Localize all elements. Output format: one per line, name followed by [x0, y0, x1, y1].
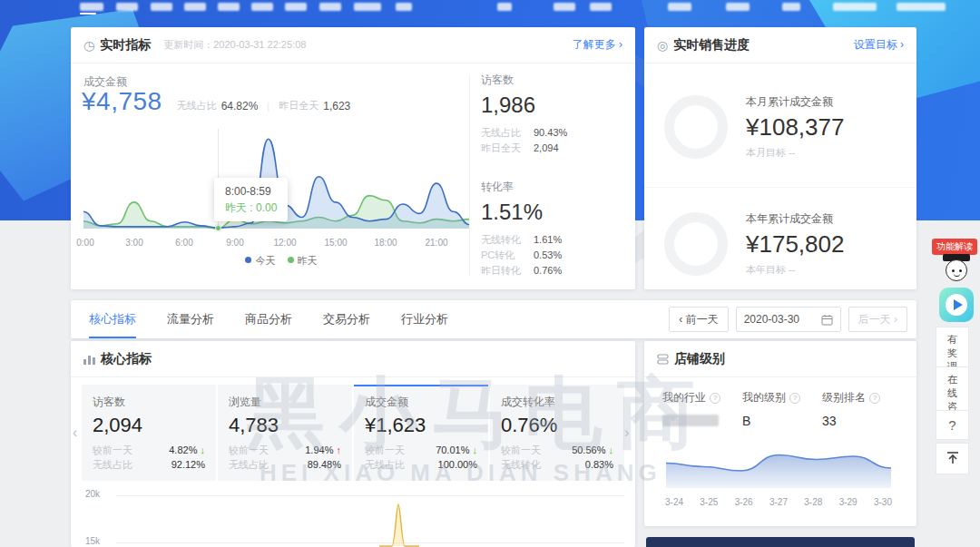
learn-more-link[interactable]: 了解更多 ›: [573, 37, 622, 53]
nav-item[interactable]: [497, 3, 512, 11]
level-value: B: [742, 414, 822, 428]
nav-item[interactable]: [668, 3, 691, 11]
carousel-prev-icon[interactable]: ‹: [73, 425, 77, 441]
x-axis-label: 3-24: [659, 497, 690, 507]
nav-item[interactable]: [151, 3, 172, 11]
nav-item[interactable]: [116, 3, 138, 11]
nav-item[interactable]: [833, 3, 877, 11]
help-button[interactable]: ?: [936, 410, 969, 440]
metric-key: 昨日全天: [481, 141, 534, 156]
nav-item[interactable]: [80, 3, 103, 11]
metric-label: 访客数: [93, 395, 205, 410]
legend-yesterday: 昨天: [298, 255, 318, 266]
metric-key: 较前一天: [501, 443, 541, 457]
play-triangle-icon: [954, 299, 963, 310]
x-axis-label: 18:00: [374, 238, 397, 248]
bar-chart-icon: [83, 354, 95, 365]
amount-subrow: 无线占比 64.82% | 昨日全天 1,623: [177, 99, 360, 112]
panel-title: 实时指标: [100, 37, 151, 54]
metric-value2: 89.48%: [308, 457, 341, 472]
metric-label: 成交转化率: [501, 395, 613, 410]
feature-guide-badge[interactable]: 功能解读: [932, 239, 977, 255]
tab-traffic-analysis[interactable]: 流量分析: [167, 300, 214, 338]
metric-value: 0.76%: [501, 414, 613, 437]
help-icon[interactable]: ?: [789, 393, 800, 404]
nav-item[interactable]: [590, 3, 612, 11]
metric-delta: 1.94%: [305, 444, 333, 455]
nav-item[interactable]: [726, 3, 750, 11]
nav-item[interactable]: [184, 3, 206, 11]
tab-industry-analysis[interactable]: 行业分析: [401, 300, 448, 338]
date-picker[interactable]: 2020-03-30: [736, 307, 841, 332]
metric-value: 2,094: [534, 141, 559, 156]
level-trend-chart[interactable]: [659, 441, 898, 499]
x-axis-label: 15:00: [324, 238, 347, 248]
nav-item[interactable]: [285, 3, 307, 11]
x-axis-label: 3:00: [125, 238, 142, 248]
metric-key: 昨日转化: [481, 263, 534, 278]
realtime-panel: ◷ 实时指标 更新时间：2020-03-31 22:25:08 了解更多 › 成…: [71, 27, 635, 289]
next-day-button[interactable]: 后一天 ›: [848, 307, 907, 332]
update-time: 更新时间：2020-03-31 22:25:08: [163, 38, 306, 52]
next-panel-edge: [646, 537, 915, 547]
rank-value: 33: [822, 414, 902, 428]
trend-down-icon: ↓: [473, 444, 478, 455]
x-axis-label: 3-30: [867, 497, 898, 507]
nav-item[interactable]: [354, 3, 381, 11]
x-axis-label: 0:00: [76, 238, 93, 248]
metric-key: 无线转化: [501, 457, 541, 472]
x-axis-label: 3-25: [693, 497, 724, 507]
nav-item[interactable]: [897, 3, 946, 11]
nav-item[interactable]: [319, 3, 341, 11]
x-axis-label: 21:00: [425, 238, 447, 248]
nav-item[interactable]: [396, 3, 412, 11]
hourly-trend-chart[interactable]: 8:00-8:59 昨天 : 0.00 0:00 3:00 6:00 9:00 …: [82, 127, 472, 263]
conversion-label: 转化率: [481, 180, 626, 195]
set-goal-link[interactable]: 设置目标 ›: [854, 37, 904, 53]
x-axis: 0:00 3:00 6:00 9:00 12:00 15:00 18:00 21…: [82, 238, 472, 250]
shop-level-stats: 我的行业? 我的级别? B 级别排名? 33: [662, 390, 902, 428]
tab-product-analysis[interactable]: 商品分析: [245, 300, 292, 338]
core-metrics-panel: 核心指标 ‹ › 访客数 2,094 较前一天4.82% ↓ 无线占比92.12…: [71, 341, 635, 547]
tooltip-time: 8:00-8:59: [225, 183, 277, 200]
video-play-icon[interactable]: [939, 288, 974, 322]
nav-item[interactable]: [218, 3, 240, 11]
nav-item[interactable]: [554, 3, 575, 11]
carousel-next-icon[interactable]: ›: [624, 425, 629, 441]
year-progress-ring: [664, 212, 728, 276]
visitors-label: 访客数: [481, 73, 626, 88]
nav-item[interactable]: [782, 3, 800, 11]
metric-value2: 0.83%: [585, 457, 613, 472]
calendar-icon: [821, 314, 833, 326]
help-icon[interactable]: ?: [869, 393, 880, 404]
metric-card-visitors[interactable]: 访客数 2,094 较前一天4.82% ↓ 无线占比92.12%: [82, 385, 216, 481]
tab-trade-analysis[interactable]: 交易分析: [323, 300, 370, 338]
metric-card-pageviews[interactable]: 浏览量 4,783 较前一天1.94% ↑ 无线占比89.48%: [218, 385, 352, 481]
yesterday-label: 昨日全天: [279, 99, 318, 112]
prev-day-button[interactable]: ‹ 前一天: [669, 307, 728, 332]
level-trend-svg: [659, 441, 898, 495]
vertical-divider: [469, 74, 470, 277]
sales-progress-header: ◎ 实时销售进度 设置目标 ›: [644, 27, 916, 63]
nav-active-underline: [80, 13, 96, 15]
core-metrics-header: 核心指标: [71, 341, 635, 377]
nav-item[interactable]: [251, 3, 273, 11]
analysis-tabs-bar: 核心指标 流量分析 商品分析 交易分析 行业分析 ‹ 前一天 2020-03-3…: [71, 300, 916, 338]
help-icon[interactable]: ?: [710, 393, 720, 404]
industry-value-blurred: [662, 415, 719, 426]
level-icon: [657, 354, 669, 365]
tab-core-metrics[interactable]: 核心指标: [89, 300, 136, 338]
back-to-top-button[interactable]: [936, 443, 969, 474]
metric-card-gmv[interactable]: 成交金额 ¥1,623 较前一天70.01% ↓ 无线占比100.00%: [354, 385, 488, 481]
month-progress-row: 本月累计成交金额 ¥108,377 本月目标 --: [644, 71, 916, 183]
chart-tooltip: 8:00-8:59 昨天 : 0.00: [214, 178, 288, 221]
level-col: 我的级别? B: [742, 390, 822, 428]
date-controls: ‹ 前一天 2020-03-30 后一天 ›: [669, 307, 907, 332]
panel-title: 实时销售进度: [673, 37, 750, 54]
yesterday-value: 1,623: [323, 100, 350, 112]
mascot-icon[interactable]: [941, 254, 972, 285]
industry-col: 我的行业?: [662, 390, 742, 428]
y-axis-label: 15k: [85, 536, 100, 546]
chart-legend[interactable]: 今天 昨天: [82, 254, 472, 268]
metric-card-conversion[interactable]: 成交转化率 0.76% 较前一天50.56% ↓ 无线转化0.83%: [490, 385, 624, 481]
